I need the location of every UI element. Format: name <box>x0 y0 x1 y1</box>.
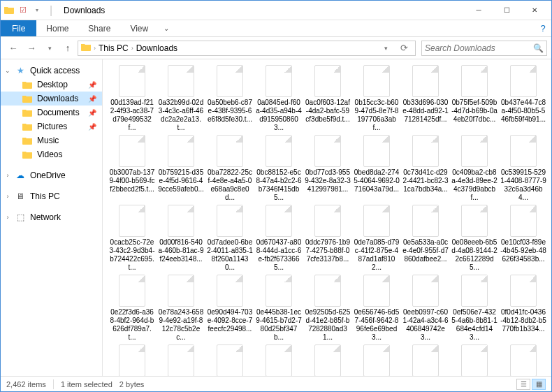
file-item[interactable]: 0bd77cd3-9559-432e-8a32-3412997981... <box>304 133 351 202</box>
help-icon[interactable]: ? <box>535 20 551 36</box>
address-bar[interactable]: › This PC › Downloads ▾ ⟳ <box>78 41 416 56</box>
breadcrumb-downloads[interactable]: Downloads <box>136 43 177 53</box>
file-item[interactable]: 0fe04a3c-a8d5-40d4-8857-52dd760aaed2... <box>402 343 449 376</box>
ribbon-tab-home[interactable]: Home <box>36 20 78 36</box>
file-item[interactable]: 0b3007ab-1379-4f00-b569-fcf2bbecd2f5.t..… <box>108 133 156 202</box>
ribbon-tab-view[interactable]: View <box>120 20 158 36</box>
folder-icon <box>22 122 33 131</box>
file-item[interactable]: 0e22f3d6-a368-4bf2-964d-b626df789a7.t... <box>108 273 156 342</box>
file-item[interactable]: 0f46a7dc-572b-442d-a849-2a100f06f5eb... <box>206 343 254 376</box>
caret-right-icon[interactable]: › <box>5 172 10 179</box>
file-item[interactable]: 0f631653-f4de-4788-86bc-48837cd747e2... <box>353 343 400 376</box>
sidebar-item-desktop[interactable]: Desktop📌 <box>1 78 102 92</box>
nav-up-button[interactable]: ↑ <box>59 40 76 57</box>
ribbon-expand-icon[interactable]: ⌄ <box>158 20 175 36</box>
refresh-icon[interactable]: ⟳ <box>395 40 412 57</box>
file-item[interactable]: 0e92505d-625d-41e2-b85f-b7282880ad31... <box>304 273 351 342</box>
nav-forward-button[interactable]: → <box>23 40 40 57</box>
file-item[interactable]: 01dad9d0-7ede-4f00-9e98-f03e438ea15b.t..… <box>500 343 547 376</box>
file-item[interactable]: 0c73d41c-d292-4421-bc82-31ca7bdb34a... <box>402 133 449 202</box>
qat-props-icon[interactable]: ☑ <box>17 5 29 16</box>
sidebar-item-videos[interactable]: Videos <box>1 147 102 161</box>
breadcrumb-this-pc[interactable]: This PC <box>99 43 129 53</box>
ribbon-file-tab[interactable]: File <box>1 20 36 36</box>
sidebar-item-music[interactable]: Music <box>1 133 102 147</box>
file-item[interactable]: 0e08eeeb-6b5d-4a08-9144-22c6612289d5... <box>451 203 498 272</box>
file-icon <box>119 275 145 307</box>
file-item[interactable]: 0ba72822-25cf-4e8e-a4a5-0e68aa9c8e0d... <box>206 133 254 202</box>
close-button[interactable]: ✕ <box>521 1 549 20</box>
file-item[interactable]: 0f83a6e6-dd3b-46f9-945f-4803f51eafd1.tmp <box>255 343 303 376</box>
file-item[interactable]: 0cacb25c-72e3-43c2-9d3b4-b724422c695.t..… <box>108 203 156 272</box>
folder-icon <box>22 136 33 145</box>
network-icon: ⬚ <box>15 212 26 222</box>
file-item[interactable]: 0de7a085-d79c-41f2-875e-487ad1af8102... <box>353 203 400 272</box>
chevron-right-icon[interactable]: › <box>131 45 133 52</box>
file-name: 0e656746-6d57-456f-9642-896fe6e69bed3... <box>354 308 400 342</box>
file-item[interactable]: 0e78a243-6589-4e92-a19f-812c78c5b2ec... <box>157 273 205 342</box>
file-item[interactable]: 0a32b99d-02d3-4c3c-a6ff-46dc2a2e2a13.t..… <box>157 64 205 132</box>
file-item[interactable]: 0b759215-d35e-4f5d-9616-49cce59afeb0... <box>157 133 205 202</box>
file-item[interactable]: 0bed8da2-2745-4064-9692-0716043a79d... <box>353 133 400 202</box>
file-item[interactable]: 0d00f816-540a-460b-81ac-9f24eeb3148... <box>157 203 205 272</box>
file-item[interactable]: 00d139ad-f212-4f93-ac38-7d79e499532f... <box>108 64 156 132</box>
ribbon: File Home Share View ⌄ ? <box>1 20 551 37</box>
file-item[interactable]: 0ef506e7-4325-4a6b-8b81-1684e4cfd143... <box>451 273 498 342</box>
pin-icon: 📌 <box>88 123 99 131</box>
file-item[interactable]: 0f9b8584-1883-4425-8db6-a5aba228d3a7... <box>157 343 205 376</box>
sidebar-quick-access[interactable]: ⌄ ★ Quick access <box>1 64 102 78</box>
sidebar-item-downloads[interactable]: Downloads📌 <box>1 92 102 106</box>
file-item[interactable]: 0ddc7976-1b97-4275-b88f-07cfe3137b8... <box>304 203 351 272</box>
ribbon-tab-share[interactable]: Share <box>78 20 120 36</box>
file-item[interactable]: 0f94f490-ee99-44e0-9477-eac8e8e458f8... <box>304 343 351 376</box>
sidebar-item-label: Desktop <box>37 80 68 89</box>
file-name: 0d670437-a808-444d-a1cc-6e-fb2f6733665..… <box>256 238 302 272</box>
nav-recent-button[interactable]: ▾ <box>41 40 58 57</box>
search-icon[interactable]: 🔍 <box>533 43 544 53</box>
minimize-button[interactable]: ─ <box>465 1 493 20</box>
file-item[interactable]: 0c539915-5291-4408-8777-932c6a3d46b4... <box>500 133 547 202</box>
qat-dropdown-icon[interactable]: ▾ <box>31 5 43 16</box>
file-item[interactable]: 0e445b38-1ec9-4615-b7d2-780d25bf347b... <box>255 273 303 342</box>
maximize-button[interactable]: ☐ <box>493 1 521 20</box>
nav-back-button[interactable]: ← <box>5 40 22 57</box>
file-item[interactable]: 0e10cf03-f89e-4b45-92eb-48626f34583b... <box>500 203 547 272</box>
file-list[interactable]: 00d139ad-f212-4f93-ac38-7d79e499532f...0… <box>103 59 551 376</box>
file-item[interactable]: 0f8ffcfe-cd00-43bd-8308-bd6d0b23bce81... <box>108 343 156 376</box>
file-item[interactable]: 0b33d696-030e-48dd-ad92-171281425df... <box>402 64 449 132</box>
chevron-right-icon[interactable]: › <box>94 45 96 52</box>
view-icons-button[interactable]: ▦ <box>532 379 546 390</box>
status-selected: 1 item selected <box>61 380 112 389</box>
caret-right-icon[interactable]: › <box>5 193 10 200</box>
caret-right-icon[interactable]: › <box>5 214 10 221</box>
file-item[interactable]: 0eeb0997-c601-42a4-a3c4-6406849742e3... <box>402 273 449 342</box>
sidebar-network[interactable]: › ⬚ Network <box>1 210 102 224</box>
search-input[interactable] <box>425 43 533 53</box>
file-item[interactable]: 0f0d41fc-0436-4b12-8db2-b5770fb1b334... <box>500 273 547 342</box>
caret-down-icon[interactable]: ⌄ <box>5 67 10 74</box>
file-item[interactable]: 0ff84614-8567-4907-8933-79da04dcead... <box>451 343 498 376</box>
file-item[interactable]: 0a0845ed-f60a-4d35-a94b-4d9159508603... <box>255 64 303 132</box>
file-name: 0a32b99d-02d3-4c3c-a6ff-46dc2a2e2a13.t..… <box>158 99 204 132</box>
qat-sep: | <box>45 5 57 16</box>
status-item-count: 2,462 items <box>6 380 46 389</box>
file-item[interactable]: 0ac0f603-12af-4da2-bafc-59cf3dbe5f9d.t..… <box>304 64 351 132</box>
address-dropdown-icon[interactable]: ▾ <box>377 40 394 57</box>
file-item[interactable]: 0a50beb6-c87e-438f-9395-6e6f8d5fe30.t... <box>206 64 254 132</box>
file-item[interactable]: 0b75f5ef-509b-4d7d-b69b-0a4eb20f7dbc... <box>451 64 498 132</box>
file-item[interactable]: 0e5a533a-a0ce-4e0f-955f-d7860dafbee2... <box>402 203 449 272</box>
sidebar-item-pictures[interactable]: Pictures📌 <box>1 119 102 133</box>
sidebar-item-documents[interactable]: Documents📌 <box>1 106 102 119</box>
file-item[interactable]: 0d670437-a808-444d-a1cc-6e-fb2f6733665..… <box>255 203 303 272</box>
sidebar-this-pc[interactable]: › 🖥 This PC <box>1 189 102 203</box>
sidebar-onedrive[interactable]: › ☁ OneDrive <box>1 168 102 182</box>
file-item[interactable]: 0d7adee0-6be2-4011-a835-18f260a11430... <box>206 203 254 272</box>
file-item[interactable]: 0e656746-6d57-456f-9642-896fe6e69bed3... <box>353 273 400 342</box>
search-box[interactable]: 🔍 <box>421 41 547 56</box>
file-item[interactable]: 0c409ba2-cb8a-4e3d-89ee-24c379d9abcbf... <box>451 133 498 202</box>
file-item[interactable]: 0bc88152-e5c8-47a4-b2c2-6b7346f415db5... <box>255 133 303 202</box>
file-item[interactable]: 0e90d494-703e-4092-8cce-7feecfc29498... <box>206 273 254 342</box>
view-details-button[interactable]: ☰ <box>516 379 530 390</box>
file-item[interactable]: 0b15cc3c-b609-47d5-8e7f-8197706a3abf... <box>353 64 400 132</box>
file-item[interactable]: 0b437e44-7c8a-4f50-80b5-546fb59f4b91... <box>500 64 547 132</box>
